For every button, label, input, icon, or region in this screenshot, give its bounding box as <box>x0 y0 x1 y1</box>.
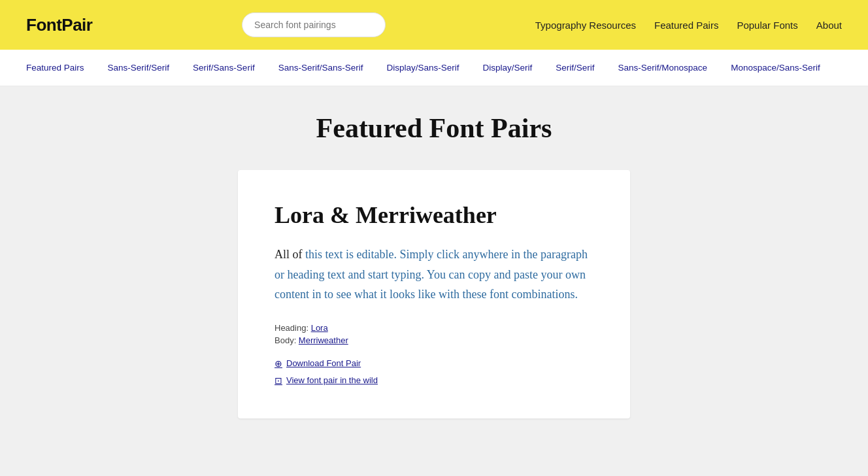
body-text-editable[interactable]: this text is editable. Simply click anyw… <box>275 248 588 301</box>
heading-font-link[interactable]: Lora <box>311 323 328 333</box>
download-icon: ⊕ <box>275 358 282 369</box>
main-content: Featured Font Pairs Lora & Merriweather … <box>0 86 868 476</box>
subnav: Featured Pairs Sans-Serif/Serif Serif/Sa… <box>0 50 868 86</box>
subnav-sans-serif-serif[interactable]: Sans-Serif/Serif <box>96 50 182 86</box>
card-body-text: All of this text is editable. Simply cli… <box>275 245 593 305</box>
logo[interactable]: FontPair <box>26 15 92 35</box>
nav-about[interactable]: About <box>816 20 842 31</box>
card-meta: Heading: Lora Body: Merriweather <box>275 323 593 345</box>
heading-meta: Heading: Lora <box>275 323 593 333</box>
heading-label: Heading: <box>275 323 311 333</box>
nav-featured-pairs[interactable]: Featured Pairs <box>654 20 718 31</box>
body-font-link[interactable]: Merriweather <box>299 335 348 345</box>
font-pair-card: Lora & Merriweather All of this text is … <box>238 170 630 418</box>
subnav-serif-sans-serif[interactable]: Serif/Sans-Serif <box>181 50 267 86</box>
nav-typography-resources[interactable]: Typography Resources <box>535 20 636 31</box>
header: FontPair Typography Resources Featured P… <box>0 0 868 50</box>
main-nav: Typography Resources Featured Pairs Popu… <box>535 20 842 31</box>
view-wild-link[interactable]: ⊡ View font pair in the wild <box>275 375 593 386</box>
nav-popular-fonts[interactable]: Popular Fonts <box>737 20 797 31</box>
subnav-serif-serif[interactable]: Serif/Serif <box>544 50 606 86</box>
subnav-sans-serif-sans-serif[interactable]: Sans-Serif/Sans-Serif <box>267 50 375 86</box>
page-title: Featured Font Pairs <box>13 112 855 144</box>
subnav-display-sans-serif[interactable]: Display/Sans-Serif <box>375 50 471 86</box>
card-actions: ⊕ Download Font Pair ⊡ View font pair in… <box>275 358 593 386</box>
subnav-featured-pairs[interactable]: Featured Pairs <box>26 50 96 86</box>
body-label: Body: <box>275 335 299 345</box>
body-text-prefix: All of <box>275 248 305 261</box>
search-container <box>118 12 509 37</box>
body-meta: Body: Merriweather <box>275 335 593 345</box>
subnav-display-serif[interactable]: Display/Serif <box>471 50 544 86</box>
subnav-monospace-sans-serif[interactable]: Monospace/Sans-Serif <box>719 50 832 86</box>
download-link[interactable]: ⊕ Download Font Pair <box>275 358 593 369</box>
card-heading: Lora & Merriweather <box>275 201 593 229</box>
download-label: Download Font Pair <box>286 358 361 368</box>
search-input[interactable] <box>242 12 386 37</box>
external-link-icon: ⊡ <box>275 375 282 386</box>
subnav-sans-serif-monospace[interactable]: Sans-Serif/Monospace <box>607 50 720 86</box>
view-wild-label: View font pair in the wild <box>286 375 378 385</box>
